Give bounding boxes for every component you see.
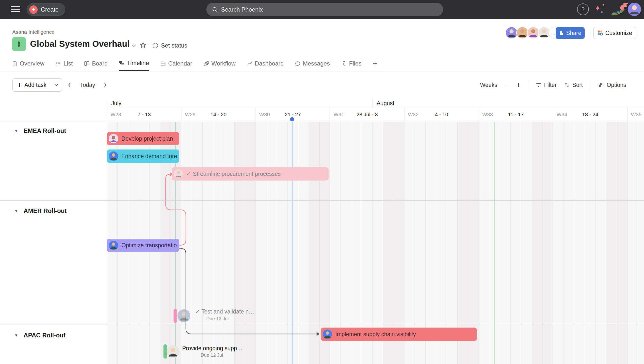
tab-list[interactable]: List xyxy=(56,56,72,71)
workflow-icon xyxy=(204,61,209,67)
overview-icon xyxy=(12,61,18,67)
tab-files[interactable]: Files xyxy=(341,56,362,71)
search-icon xyxy=(212,7,218,13)
avatar xyxy=(167,345,180,358)
task-bar-optimize-transportation[interactable]: Optimize transportatio xyxy=(107,239,179,252)
divider xyxy=(528,80,528,90)
page-title: Global System Overhaul xyxy=(30,39,130,49)
timeline-tools: Weeks − + Filter Sort Options xyxy=(480,78,626,92)
zoom-out-button[interactable]: − xyxy=(505,81,509,89)
avatar xyxy=(109,151,118,161)
avatar[interactable] xyxy=(506,27,518,39)
task-pill-test-and-validate[interactable] xyxy=(174,309,177,323)
tab-overview[interactable]: Overview xyxy=(12,56,44,71)
help-button[interactable]: ? xyxy=(577,4,589,15)
task-pill-provide-ongoing-support[interactable] xyxy=(164,344,167,358)
task-bar-enhance-demand-forecast[interactable]: Enhance demand fore xyxy=(107,150,179,163)
avatar[interactable] xyxy=(538,27,550,39)
task-bar-streamline-procurement[interactable]: ✓ Streamline procurement processes xyxy=(172,167,329,181)
create-label: Create xyxy=(41,6,58,13)
gantt-chart: ▼ EMEA Roll-out ▼ AMER Roll-out ▼ APAC R… xyxy=(0,122,644,364)
section-header-amer: ▼ AMER Roll-out xyxy=(14,207,67,214)
star-icon[interactable] xyxy=(139,42,147,50)
today-button[interactable]: Today xyxy=(80,82,95,88)
options-button[interactable]: Options xyxy=(598,82,626,88)
chevron-down-icon[interactable] xyxy=(131,44,137,49)
customize-button[interactable]: Customize xyxy=(593,27,636,39)
collapse-triangle-icon[interactable]: ▼ xyxy=(14,209,18,213)
dashboard-icon xyxy=(247,61,252,67)
tab-timeline[interactable]: Timeline xyxy=(119,56,149,71)
timeline-icon xyxy=(119,60,124,66)
tab-calendar[interactable]: Calendar xyxy=(160,56,192,71)
share-button[interactable]: Share xyxy=(556,27,585,39)
status-circle-icon xyxy=(153,43,158,48)
timeline-header: July August W287 - 13 W2914 - 20 W3021 -… xyxy=(0,99,644,122)
timeline-prev-button[interactable] xyxy=(67,81,72,90)
phoenix-logo-icon[interactable] xyxy=(610,2,629,18)
timeline-next-button[interactable] xyxy=(102,81,108,90)
list-icon xyxy=(56,61,61,67)
task-label-test-and-validate[interactable]: ✓ Test and validate n… xyxy=(195,308,254,315)
add-tab-button[interactable]: + xyxy=(373,56,377,71)
hamburger-menu-icon[interactable] xyxy=(11,6,20,13)
tab-board[interactable]: Board xyxy=(84,56,108,71)
avatar xyxy=(109,241,118,250)
week-cell[interactable]: W287 - 13 xyxy=(107,108,181,122)
set-status-button[interactable]: Set status xyxy=(153,42,187,49)
divider xyxy=(372,99,373,108)
divider xyxy=(590,80,590,90)
collapse-triangle-icon[interactable]: ▼ xyxy=(14,129,18,133)
zoom-in-button[interactable]: + xyxy=(516,81,521,89)
task-bar-implement-supply-chain[interactable]: Implement supply chain visibility xyxy=(321,327,477,341)
week-cell[interactable]: W3311 - 17 xyxy=(478,108,553,122)
add-task-button[interactable]: Add task xyxy=(12,79,51,91)
today-marker-dot xyxy=(290,117,294,121)
check-icon: ✓ xyxy=(195,308,200,315)
plus-icon xyxy=(17,83,22,87)
calendar-icon xyxy=(160,61,166,67)
task-bar-develop-project-plan[interactable]: Develop project plan xyxy=(107,132,179,145)
tab-messages[interactable]: Messages xyxy=(295,56,330,71)
search-input[interactable]: Search Phoenix xyxy=(206,3,443,16)
chevron-down-icon xyxy=(54,84,58,87)
avatar xyxy=(109,134,118,143)
tab-workflow[interactable]: Workflow xyxy=(204,56,236,71)
ai-sparkles-icon[interactable]: ✦✦✦ xyxy=(594,4,607,16)
add-task-split-button: Add task xyxy=(12,78,62,92)
week-cell[interactable]: W3418 - 24 xyxy=(553,108,627,122)
avatar[interactable] xyxy=(516,27,528,39)
add-task-menu-button[interactable] xyxy=(51,79,62,91)
section-header-apac: ▼ APAC Roll-out xyxy=(14,332,66,339)
month-label-july: July xyxy=(111,100,121,107)
board-icon xyxy=(84,61,90,67)
options-icon xyxy=(598,82,604,88)
customize-icon xyxy=(598,30,603,36)
avatar[interactable] xyxy=(527,27,539,39)
project-icon xyxy=(12,37,26,51)
tab-dashboard[interactable]: Dashboard xyxy=(247,56,284,71)
filter-button[interactable]: Filter xyxy=(536,82,556,88)
breadcrumb[interactable]: Asana Intelligence xyxy=(12,29,55,35)
sort-icon xyxy=(564,82,570,88)
divider xyxy=(589,28,589,39)
week-cell[interactable]: W2914 - 20 xyxy=(181,108,256,122)
search-placeholder: Search Phoenix xyxy=(221,6,263,13)
task-label-provide-ongoing-support[interactable]: Provide ongoing supp… xyxy=(182,345,243,352)
week-cell[interactable]: W35 xyxy=(627,108,644,122)
plus-icon: + xyxy=(29,6,38,14)
user-avatar[interactable] xyxy=(628,3,641,16)
task-due-label: Due 13 Jul xyxy=(206,316,229,321)
month-label-august: August xyxy=(377,100,394,107)
collapse-triangle-icon[interactable]: ▼ xyxy=(14,333,18,338)
week-cell[interactable]: W324 - 10 xyxy=(404,108,478,122)
divider xyxy=(0,72,644,72)
avatar xyxy=(323,329,332,339)
zoom-level-select[interactable]: Weeks xyxy=(480,82,497,88)
sort-button[interactable]: Sort xyxy=(564,82,583,88)
week-cell[interactable]: W3128 Jul - 3 xyxy=(330,108,404,122)
topbar: + Create Search Phoenix ? ✦✦✦ xyxy=(0,0,644,19)
avatar xyxy=(174,169,183,179)
create-button[interactable]: + Create xyxy=(26,3,65,16)
section-header-emea: ▼ EMEA Roll-out xyxy=(14,127,66,135)
